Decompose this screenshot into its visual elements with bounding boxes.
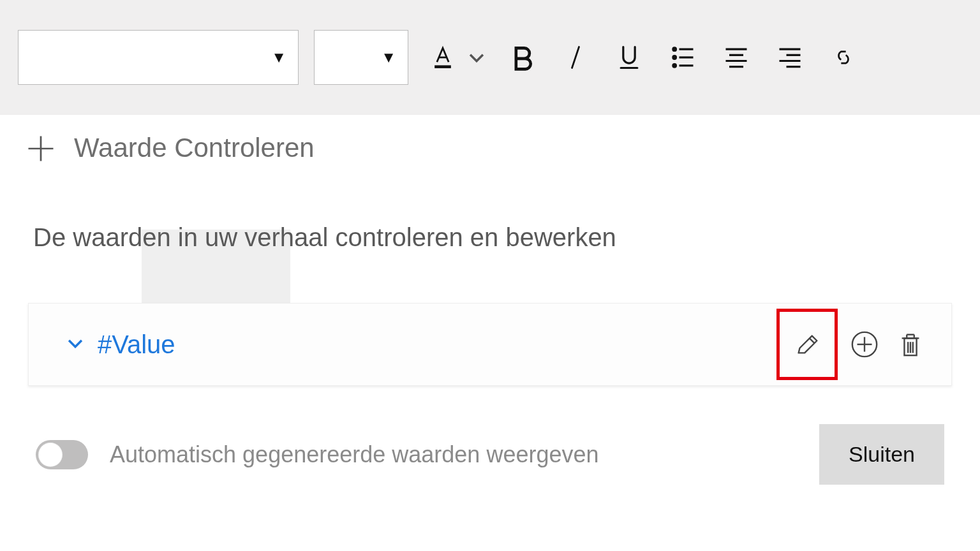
italic-button[interactable] (556, 38, 595, 77)
font-size-select[interactable]: ▼ (314, 30, 408, 85)
edit-button-highlight (776, 309, 838, 380)
link-button[interactable] (824, 38, 863, 77)
edit-button[interactable] (788, 325, 826, 364)
underline-button[interactable] (610, 38, 648, 77)
add-button[interactable] (845, 325, 884, 364)
bullet-list-button[interactable] (664, 38, 702, 77)
svg-point-7 (673, 64, 676, 67)
caret-down-icon: ▼ (381, 48, 396, 66)
align-right-button[interactable] (771, 38, 809, 77)
align-center-button[interactable] (717, 38, 755, 77)
svg-line-19 (810, 338, 815, 343)
value-token[interactable]: #Value (98, 330, 175, 359)
formatting-toolbar: ▼ ▼ (0, 0, 980, 115)
close-button[interactable]: Sluiten (819, 424, 944, 485)
plus-icon[interactable] (24, 132, 57, 168)
value-card: #Value (28, 303, 952, 386)
font-color-group (424, 38, 487, 77)
panel-footer: Automatisch gegenereerde waarden weergev… (0, 386, 980, 504)
tab-check-value[interactable]: Waarde Controleren (71, 121, 317, 179)
svg-point-3 (673, 47, 676, 50)
svg-line-1 (572, 47, 579, 68)
toggle-label: Automatisch gegenereerde waarden weergev… (110, 441, 599, 468)
show-auto-values-toggle[interactable] (36, 440, 88, 469)
bold-button[interactable] (503, 38, 541, 77)
svg-point-5 (673, 55, 676, 59)
chevron-down-icon[interactable] (64, 332, 86, 356)
delete-button[interactable] (891, 325, 930, 364)
font-color-dropdown[interactable] (466, 38, 487, 77)
tab-row: Waarde Controleren (0, 115, 980, 179)
font-family-select[interactable]: ▼ (18, 30, 299, 85)
caret-down-icon: ▼ (271, 48, 286, 66)
panel-subtitle: De waarden in uw verhaal controleren en … (0, 179, 980, 277)
font-color-button[interactable] (424, 38, 462, 77)
toggle-knob (38, 443, 63, 467)
